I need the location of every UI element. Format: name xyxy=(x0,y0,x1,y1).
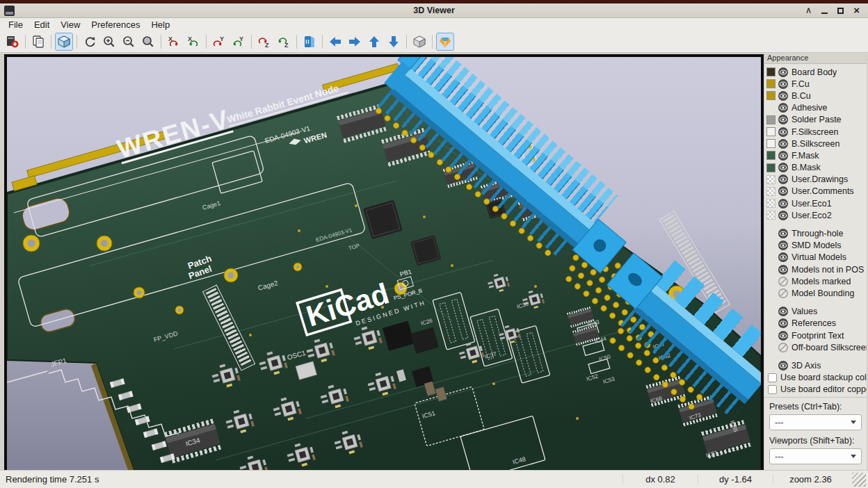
copy-image-button[interactable] xyxy=(29,33,47,51)
menu-preferences[interactable]: Preferences xyxy=(86,19,145,31)
rotate-z-cw-button[interactable]: Z xyxy=(255,33,273,51)
visibility-eye-icon[interactable] xyxy=(778,229,788,238)
text-row-values[interactable]: Values xyxy=(766,306,867,318)
color-swatch[interactable] xyxy=(766,199,775,208)
menu-edit[interactable]: Edit xyxy=(29,19,55,31)
model-row-smd[interactable]: SMD Models xyxy=(766,240,867,252)
menu-help[interactable]: Help xyxy=(145,19,175,31)
rotate-y-ccw-button[interactable]: Y xyxy=(230,33,248,51)
visibility-eye-icon[interactable] xyxy=(778,252,788,262)
visibility-eye-icon[interactable] xyxy=(778,127,788,137)
layer-row-fcu[interactable]: F.Cu xyxy=(766,78,867,90)
menu-view[interactable]: View xyxy=(55,19,86,31)
visibility-hidden-icon[interactable] xyxy=(778,277,788,286)
layer-row-solder-paste[interactable]: Solder Paste xyxy=(766,114,867,126)
color-swatch[interactable] xyxy=(766,151,775,160)
checkbox[interactable] xyxy=(768,385,777,394)
layer-row-adhesive[interactable]: Adhesive xyxy=(766,102,867,114)
visibility-eye-icon[interactable] xyxy=(778,199,788,209)
color-swatch[interactable] xyxy=(766,139,775,148)
text-row-offboard-silkscreen[interactable]: Off-board Silkscreen xyxy=(766,341,867,353)
menu-file[interactable]: File xyxy=(3,19,29,31)
color-swatch[interactable] xyxy=(766,175,775,184)
model-row-marked[interactable]: Models marked xyxy=(766,275,867,287)
pan-left-button[interactable] xyxy=(326,33,344,51)
visibility-eye-icon[interactable] xyxy=(778,91,788,101)
color-swatch[interactable] xyxy=(766,67,775,76)
visibility-eye-icon[interactable] xyxy=(778,79,788,89)
rotate-y-cw-button[interactable]: Y xyxy=(210,33,228,51)
layer-row-user-comments[interactable]: User.Comments xyxy=(766,186,867,197)
visibility-eye-icon[interactable] xyxy=(778,307,788,316)
model-row-not-in-pos[interactable]: Models not in POS xyxy=(766,263,867,275)
refresh-view-button[interactable] xyxy=(81,33,99,51)
pan-right-button[interactable] xyxy=(346,33,364,51)
visibility-eye-icon[interactable] xyxy=(778,186,788,196)
visibility-hidden-icon[interactable] xyxy=(778,288,788,298)
layer-row-board-body[interactable]: Board Body xyxy=(766,66,867,78)
rotate-x-cw-button[interactable]: X xyxy=(165,33,183,51)
text-row-footprint-text[interactable]: Footprint Text xyxy=(766,330,867,341)
visibility-hidden-icon[interactable] xyxy=(778,343,788,352)
close-icon[interactable]: × xyxy=(853,6,860,15)
layer-row-fmask[interactable]: F.Mask xyxy=(766,149,867,161)
editor-copper-checkbox-row[interactable]: Use board editor coppe xyxy=(764,384,867,396)
visibility-eye-icon[interactable] xyxy=(778,265,788,275)
rotate-z-ccw-button[interactable]: Z xyxy=(275,33,293,51)
resize-grip[interactable] xyxy=(852,473,866,487)
pan-up-button[interactable] xyxy=(365,33,383,51)
maximize-icon[interactable] xyxy=(837,8,844,14)
color-swatch[interactable] xyxy=(766,187,775,196)
visibility-eye-icon[interactable] xyxy=(778,163,788,172)
visibility-eye-icon[interactable] xyxy=(778,361,788,371)
visibility-eye-icon[interactable] xyxy=(778,139,788,149)
orientation-cube-toggle[interactable] xyxy=(55,33,73,51)
model-row-through-hole[interactable]: Through-hole xyxy=(766,227,867,239)
flip-board-button[interactable] xyxy=(300,33,319,51)
shade-window-icon[interactable]: ∧ xyxy=(805,6,812,15)
visibility-eye-icon[interactable] xyxy=(778,174,788,184)
color-swatch[interactable] xyxy=(766,127,775,136)
axis-row[interactable]: 3D Axis xyxy=(766,359,867,371)
3d-canvas[interactable]: WREN-V White Rabbit Event Node EDA-04903… xyxy=(4,54,764,473)
layer-label: B.Cu xyxy=(791,91,811,101)
color-swatch[interactable] xyxy=(766,211,775,220)
text-row-references[interactable]: References xyxy=(766,318,867,330)
layer-row-user-eco2[interactable]: User.Eco2 xyxy=(766,209,867,221)
layer-row-bsilkscreen[interactable]: B.Silkscreen xyxy=(766,138,867,149)
layer-row-bcu[interactable]: B.Cu xyxy=(766,90,867,101)
color-swatch[interactable] xyxy=(766,79,775,88)
zoom-in-button[interactable] xyxy=(100,33,118,51)
visibility-eye-icon[interactable] xyxy=(778,151,788,161)
pan-down-button[interactable] xyxy=(385,33,403,51)
titlebar[interactable]: 3D Viewer ∧ × xyxy=(0,3,868,18)
model-label: Models not in POS xyxy=(791,265,864,275)
color-swatch[interactable] xyxy=(766,91,775,100)
visibility-eye-icon[interactable] xyxy=(778,318,788,328)
layer-row-user-eco1[interactable]: User.Eco1 xyxy=(766,197,867,209)
viewports-dropdown[interactable]: --- xyxy=(769,448,862,464)
model-row-bounding[interactable]: Model Bounding xyxy=(766,287,867,299)
layer-row-user-drawings[interactable]: User.Drawings xyxy=(766,174,867,186)
model-row-virtual[interactable]: Virtual Models xyxy=(766,252,867,263)
color-swatch[interactable] xyxy=(766,115,775,124)
color-swatch[interactable] xyxy=(766,163,775,172)
layer-row-bmask[interactable]: B.Mask xyxy=(766,162,867,174)
layer-row-fsilkscreen[interactable]: F.Silkscreen xyxy=(766,126,867,138)
projection-toggle[interactable] xyxy=(410,33,428,51)
zoom-fit-button[interactable] xyxy=(139,33,157,51)
visibility-eye-icon[interactable] xyxy=(778,115,788,124)
visibility-eye-icon[interactable] xyxy=(778,211,788,220)
render-mode-toggle[interactable] xyxy=(436,33,454,51)
rotate-x-ccw-button[interactable]: X xyxy=(184,33,202,51)
visibility-eye-icon[interactable] xyxy=(778,67,788,77)
presets-dropdown[interactable]: --- xyxy=(769,414,862,430)
minimize-icon[interactable] xyxy=(821,8,828,14)
stackup-colors-checkbox-row[interactable]: Use board stackup colo xyxy=(764,372,867,384)
export-image-button[interactable] xyxy=(3,33,22,51)
checkbox[interactable] xyxy=(768,373,777,382)
zoom-out-button[interactable] xyxy=(120,33,138,51)
visibility-eye-icon[interactable] xyxy=(778,241,788,250)
visibility-eye-icon[interactable] xyxy=(778,331,788,341)
visibility-eye-icon[interactable] xyxy=(778,103,788,113)
